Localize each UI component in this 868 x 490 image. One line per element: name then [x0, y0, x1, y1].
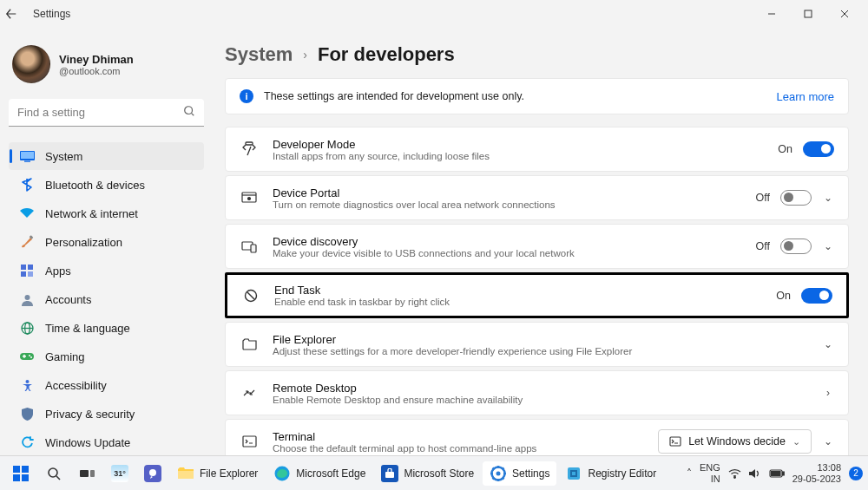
row-device-discovery[interactable]: Device discovery Make your device visibl… [225, 224, 849, 269]
profile-block[interactable]: Viney Dhiman @outlook.com [9, 36, 204, 95]
svg-point-20 [30, 356, 32, 358]
sidebar-item-apps[interactable]: Apps [9, 257, 204, 284]
avatar [12, 45, 50, 83]
language-indicator[interactable]: ENG IN [700, 462, 720, 484]
row-desc: Enable Remote Desktop and ensure machine… [273, 395, 523, 405]
maximize-button[interactable] [790, 2, 826, 26]
sidebar-item-label: Accessibility [45, 379, 107, 392]
battery-tray-icon[interactable] [769, 469, 785, 478]
taskbar-app-store[interactable]: Microsoft Store [374, 461, 481, 486]
row-terminal[interactable]: Terminal Choose the default terminal app… [225, 419, 849, 455]
edge-icon [273, 465, 291, 482]
sidebar-item-windows-update[interactable]: Windows Update [9, 428, 204, 456]
taskbar-label: Settings [512, 467, 549, 480]
sidebar-item-gaming[interactable]: Gaming [9, 343, 204, 370]
notification-badge[interactable]: 2 [849, 467, 863, 480]
profile-email: @outlook.com [59, 66, 134, 76]
start-button[interactable] [5, 461, 36, 486]
chevron-right-icon[interactable]: › [822, 387, 834, 399]
breadcrumb: System › For developers [225, 43, 849, 66]
sidebar-item-accounts[interactable]: Accounts [9, 285, 204, 313]
search-button[interactable] [38, 461, 69, 486]
sidebar-item-network[interactable]: Network & internet [9, 199, 204, 227]
sidebar-item-label: Network & internet [45, 207, 138, 220]
row-device-portal[interactable]: Device Portal Turn on remote diagnostics… [225, 175, 849, 220]
taskbar-app-chat[interactable] [137, 461, 168, 486]
taskbar-app-file-explorer[interactable]: File Explorer [170, 461, 265, 486]
terminal-dropdown[interactable]: Let Windows decide ⌄ [658, 429, 812, 454]
device-discovery-toggle[interactable] [780, 238, 812, 254]
svg-line-55 [493, 477, 495, 479]
chevron-down-icon[interactable]: ⌄ [822, 192, 834, 204]
row-remote-desktop[interactable]: Remote Desktop Enable Remote Desktop and… [225, 370, 849, 415]
folder-icon [177, 465, 194, 482]
tray-overflow-icon[interactable]: ˄ [687, 467, 692, 480]
weather-widget[interactable]: 31° [104, 461, 135, 486]
search-container [9, 99, 204, 127]
sidebar-item-label: Apps [45, 265, 71, 278]
row-end-task[interactable]: End Task Enable end task in taskbar by r… [225, 272, 849, 318]
svg-point-23 [25, 380, 29, 383]
sidebar-item-personalization[interactable]: Personalization [9, 228, 204, 256]
row-desc: Enable end task in taskbar by right clic… [274, 297, 450, 307]
device-portal-toggle[interactable] [780, 190, 812, 206]
sidebar-item-accessibility[interactable]: Accessibility [9, 371, 204, 399]
info-banner: i These settings are intended for develo… [225, 78, 849, 114]
svg-rect-10 [21, 265, 26, 270]
sidebar-item-bluetooth[interactable]: Bluetooth & devices [9, 171, 204, 199]
row-title: Device Portal [273, 186, 556, 199]
chevron-down-icon[interactable]: ⌄ [822, 240, 834, 252]
terminal-icon [240, 435, 259, 448]
taskbar-label: Registry Editor [588, 467, 656, 480]
back-button[interactable] [5, 8, 30, 20]
learn-more-link[interactable]: Learn more [777, 90, 834, 103]
taskbar-app-edge[interactable]: Microsoft Edge [266, 461, 372, 486]
volume-tray-icon[interactable] [749, 468, 761, 479]
row-file-explorer[interactable]: File Explorer Adjust these settings for … [225, 322, 849, 367]
svg-rect-58 [572, 472, 575, 475]
svg-rect-35 [22, 466, 29, 473]
svg-point-19 [29, 355, 30, 356]
close-button[interactable] [826, 2, 863, 26]
sidebar-item-label: System [45, 150, 82, 163]
svg-rect-12 [21, 271, 26, 277]
sidebar-item-label: Privacy & security [45, 408, 135, 421]
dropdown-label: Let Windows decide [688, 435, 786, 448]
minimize-button[interactable] [753, 2, 790, 26]
breadcrumb-parent[interactable]: System [225, 43, 293, 66]
taskbar-app-registry[interactable]: Registry Editor [558, 461, 663, 486]
chevron-down-icon: ⌄ [792, 436, 800, 448]
sidebar-item-system[interactable]: System [9, 142, 204, 170]
chevron-down-icon[interactable]: ⌄ [822, 435, 834, 448]
taskbar-app-settings[interactable]: Settings [483, 461, 556, 486]
task-view-button[interactable] [71, 461, 102, 486]
sidebar-item-label: Time & language [45, 322, 130, 335]
system-tray: ˄ ENG IN 13:08 29-05-2023 2 [687, 462, 863, 484]
info-icon: i [240, 89, 253, 103]
sidebar-item-time-language[interactable]: Time & language [9, 314, 204, 342]
search-input[interactable] [9, 99, 204, 127]
chevron-down-icon[interactable]: ⌄ [822, 338, 834, 350]
sidebar-item-label: Gaming [45, 350, 85, 363]
svg-line-53 [503, 477, 504, 479]
svg-rect-34 [13, 466, 20, 473]
svg-rect-13 [28, 271, 33, 277]
svg-rect-1 [805, 10, 812, 17]
svg-rect-8 [24, 161, 30, 162]
svg-rect-11 [28, 265, 33, 270]
search-icon [183, 105, 195, 117]
row-title: Remote Desktop [273, 382, 523, 395]
row-desc: Choose the default terminal app to host … [273, 443, 536, 454]
end-task-toggle[interactable] [801, 288, 832, 304]
sidebar-item-privacy[interactable]: Privacy & security [9, 400, 204, 428]
device-portal-icon [240, 192, 259, 205]
wifi-tray-icon[interactable] [728, 468, 741, 479]
developer-mode-icon [240, 141, 259, 157]
row-desc: Make your device visible to USB connecti… [273, 248, 575, 258]
svg-point-27 [248, 197, 251, 199]
developer-mode-toggle[interactable] [803, 141, 834, 157]
svg-rect-61 [782, 472, 784, 475]
row-developer-mode[interactable]: Developer Mode Install apps from any sou… [225, 127, 849, 172]
svg-rect-62 [771, 471, 780, 475]
clock[interactable]: 13:08 29-05-2023 [792, 462, 841, 484]
